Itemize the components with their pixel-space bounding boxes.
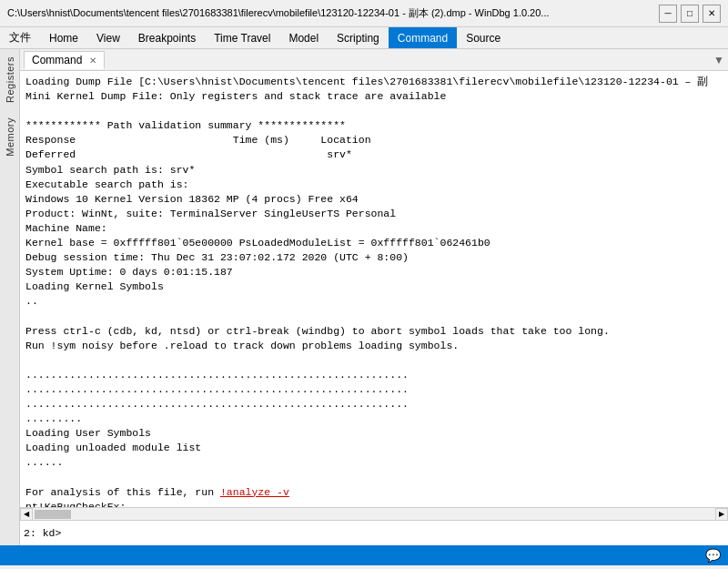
- scroll-thumb[interactable]: [35, 510, 71, 519]
- input-line: 2: kd>: [20, 520, 728, 545]
- tab-pin-button[interactable]: ▼: [713, 54, 724, 66]
- command-tab-label[interactable]: Command ✕: [24, 51, 105, 69]
- scroll-left-button[interactable]: ◀: [20, 508, 33, 521]
- scroll-right-button[interactable]: ▶: [715, 508, 728, 521]
- content-area: Command ✕ ▼ Loading Dump File [C:\Users\…: [20, 49, 728, 545]
- menu-source[interactable]: Source: [457, 27, 510, 48]
- scroll-track[interactable]: [33, 510, 715, 519]
- window-controls: ─ □ ✕: [659, 5, 721, 23]
- sidebar-memory[interactable]: Memory: [3, 110, 17, 164]
- maximize-button[interactable]: □: [681, 5, 699, 23]
- menu-file[interactable]: 文件: [0, 27, 40, 48]
- menu-timetravel[interactable]: Time Travel: [205, 27, 279, 48]
- menu-breakpoints[interactable]: Breakpoints: [129, 27, 205, 48]
- menu-command[interactable]: Command: [389, 27, 457, 48]
- tab-close-button[interactable]: ✕: [89, 56, 96, 66]
- sidebar-registers[interactable]: Registers: [3, 49, 17, 110]
- output-area[interactable]: Loading Dump File [C:\Users\hnist\Docume…: [20, 71, 728, 507]
- command-input[interactable]: [61, 527, 724, 539]
- close-button[interactable]: ✕: [703, 5, 721, 23]
- title-bar: C:\Users\hnist\Documents\tencent files\2…: [0, 0, 728, 27]
- menu-bar: 文件 Home View Breakpoints Time Travel Mod…: [0, 27, 728, 49]
- tab-header: Command ✕ ▼: [20, 49, 728, 71]
- input-prompt: 2: kd>: [24, 527, 61, 539]
- status-bar: 💬: [0, 545, 728, 565]
- menu-home[interactable]: Home: [40, 27, 87, 48]
- tab-label-text: Command: [32, 54, 82, 66]
- analyze-link[interactable]: !analyze -v: [220, 486, 289, 498]
- chat-icon[interactable]: 💬: [705, 548, 721, 563]
- horizontal-scrollbar[interactable]: ◀ ▶: [20, 507, 728, 520]
- title-text: C:\Users\hnist\Documents\tencent files\2…: [7, 6, 659, 20]
- main-layout: Registers Memory Command ✕ ▼ Loading Dum…: [0, 49, 728, 545]
- menu-view[interactable]: View: [87, 27, 129, 48]
- minimize-button[interactable]: ─: [659, 5, 677, 23]
- menu-scripting[interactable]: Scripting: [328, 27, 389, 48]
- sidebar: Registers Memory: [0, 49, 20, 545]
- menu-model[interactable]: Model: [279, 27, 328, 48]
